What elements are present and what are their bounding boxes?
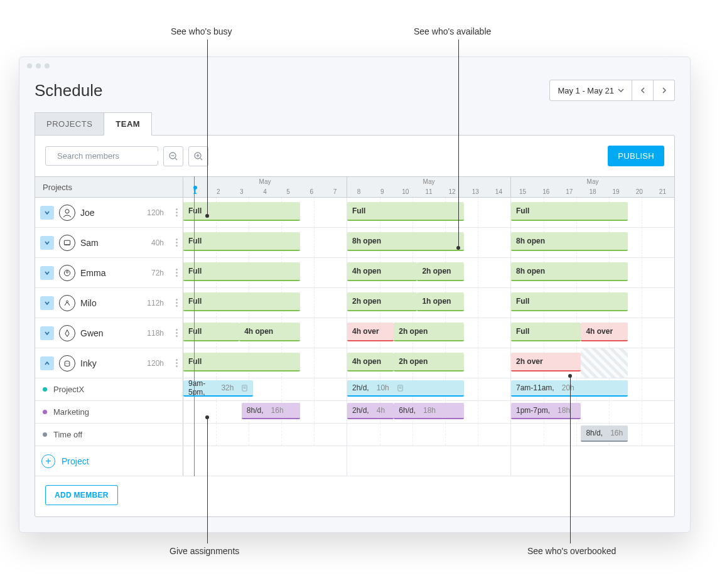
search-input[interactable] xyxy=(57,151,163,161)
subproject-row[interactable]: ProjectX xyxy=(35,378,183,400)
project-dot-icon xyxy=(43,387,47,392)
month-label: May xyxy=(511,178,674,185)
zoom-out-button[interactable] xyxy=(163,146,183,166)
svg-point-15 xyxy=(66,363,67,363)
day-header: 12 xyxy=(441,188,464,195)
day-header: 18 xyxy=(581,188,604,195)
schedule-bar[interactable]: Full xyxy=(511,202,628,221)
schedule-bar[interactable]: 2h over xyxy=(511,353,581,372)
schedule-bar[interactable]: Full xyxy=(511,323,581,341)
add-member-button[interactable]: ADD MEMBER xyxy=(45,485,118,505)
subproject-name: Marketing xyxy=(53,407,89,417)
app-window: Schedule May 1 - May 21 PROJECTS TEAM xyxy=(19,56,691,533)
member-name: Emma xyxy=(80,268,105,278)
schedule-bar[interactable]: Full xyxy=(183,323,239,341)
add-project-button[interactable]: + Project xyxy=(35,446,183,476)
schedule-bar[interactable]: 4h over xyxy=(581,323,627,341)
schedule-bar[interactable]: 8h/d, 16h xyxy=(242,403,300,419)
day-header: 14 xyxy=(487,188,510,195)
svg-line-4 xyxy=(175,158,177,160)
day-header: 20 xyxy=(628,188,651,195)
schedule-bar[interactable]: 2h open xyxy=(394,323,463,341)
drag-handle-icon[interactable] xyxy=(176,208,178,216)
date-range-picker[interactable]: May 1 - May 21 xyxy=(549,80,632,101)
plus-circle-icon: + xyxy=(41,454,55,468)
schedule-bar[interactable]: 7am-11am, 20h xyxy=(511,380,628,397)
zoom-in-button[interactable] xyxy=(188,146,208,166)
chevron-left-icon xyxy=(640,87,646,94)
search-input-wrapper[interactable] xyxy=(45,146,158,166)
day-header: 19 xyxy=(605,188,628,195)
expand-toggle[interactable] xyxy=(40,236,54,250)
schedule-bar[interactable]: 4h open xyxy=(347,353,394,372)
schedule-bar[interactable]: 8h/d, 16h xyxy=(581,425,627,442)
schedule-bar[interactable]: 6h/d, 18h xyxy=(394,403,463,419)
column-header-projects: Projects xyxy=(35,177,183,197)
member-hours: 120h xyxy=(147,208,164,217)
day-header: 17 xyxy=(558,188,581,195)
tab-team[interactable]: TEAM xyxy=(104,112,152,136)
schedule-bar[interactable]: 2h open xyxy=(347,292,417,311)
schedule-bar[interactable]: Full xyxy=(347,202,464,221)
annotation-available: See who's available xyxy=(414,26,491,36)
schedule-bar[interactable]: 8h open xyxy=(347,232,464,251)
month-label: May xyxy=(183,178,347,185)
drag-handle-icon[interactable] xyxy=(176,359,178,367)
day-header: 2 xyxy=(207,188,230,195)
schedule-bar[interactable] xyxy=(581,348,627,378)
expand-toggle[interactable] xyxy=(40,206,54,220)
expand-toggle[interactable] xyxy=(40,356,54,370)
schedule-bar[interactable]: 8h open xyxy=(511,262,628,281)
schedule-bar[interactable]: Full xyxy=(183,292,300,311)
subproject-name: ProjectX xyxy=(53,385,84,394)
drag-handle-icon[interactable] xyxy=(176,299,178,307)
publish-button[interactable]: PUBLISH xyxy=(608,146,664,166)
svg-point-16 xyxy=(68,363,68,363)
next-button[interactable] xyxy=(654,80,675,101)
day-header: 13 xyxy=(464,188,487,195)
day-header: 11 xyxy=(417,188,440,195)
tab-projects[interactable]: PROJECTS xyxy=(35,112,104,136)
day-header: 5 xyxy=(277,188,300,195)
member-hours: 112h xyxy=(147,299,164,307)
page-title: Schedule xyxy=(35,81,102,100)
prev-button[interactable] xyxy=(632,80,654,101)
drag-handle-icon[interactable] xyxy=(176,238,178,247)
annotation-busy: See who's busy xyxy=(171,26,232,36)
drag-handle-icon[interactable] xyxy=(176,269,178,277)
day-header: 16 xyxy=(534,188,558,195)
expand-toggle[interactable] xyxy=(40,266,54,280)
schedule-bar[interactable]: Full xyxy=(511,292,628,311)
expand-toggle[interactable] xyxy=(40,326,54,340)
drag-handle-icon[interactable] xyxy=(176,329,178,337)
schedule-bar[interactable]: Full xyxy=(183,353,300,372)
schedule-bar[interactable]: 4h open xyxy=(347,262,417,281)
schedule-bar[interactable]: Full xyxy=(183,202,300,221)
day-header: 10 xyxy=(394,188,417,195)
schedule-bar[interactable]: Full xyxy=(183,262,300,281)
window-traffic-lights xyxy=(19,57,690,75)
schedule-bar[interactable]: 2h open xyxy=(417,262,463,281)
svg-point-13 xyxy=(66,270,68,272)
svg-point-9 xyxy=(65,209,69,213)
subproject-name: Time off xyxy=(53,430,82,439)
subproject-row[interactable]: Time off xyxy=(35,424,183,446)
day-header: 21 xyxy=(651,188,674,195)
member-hours: 120h xyxy=(147,359,164,368)
subproject-row[interactable]: Marketing xyxy=(35,401,183,423)
month-label: May xyxy=(347,178,510,185)
schedule-bar[interactable]: Full xyxy=(183,232,300,251)
zoom-out-icon xyxy=(168,151,178,161)
day-header: 4 xyxy=(253,188,276,195)
member-name: Gwen xyxy=(80,328,104,338)
schedule-bar[interactable]: 4h open xyxy=(239,323,300,341)
schedule-bar[interactable]: 8h open xyxy=(511,232,628,251)
schedule-bar[interactable]: 1h open xyxy=(417,292,463,311)
member-name: Inky xyxy=(80,358,97,368)
schedule-bar[interactable]: 2h open xyxy=(394,353,463,372)
note-icon xyxy=(241,385,248,392)
schedule-bar[interactable]: 4h over xyxy=(347,323,394,341)
schedule-bar[interactable]: 2h/d, 10h xyxy=(347,380,464,397)
expand-toggle[interactable] xyxy=(40,296,54,310)
schedule-bar[interactable]: 2h/d, 4h xyxy=(347,403,394,419)
